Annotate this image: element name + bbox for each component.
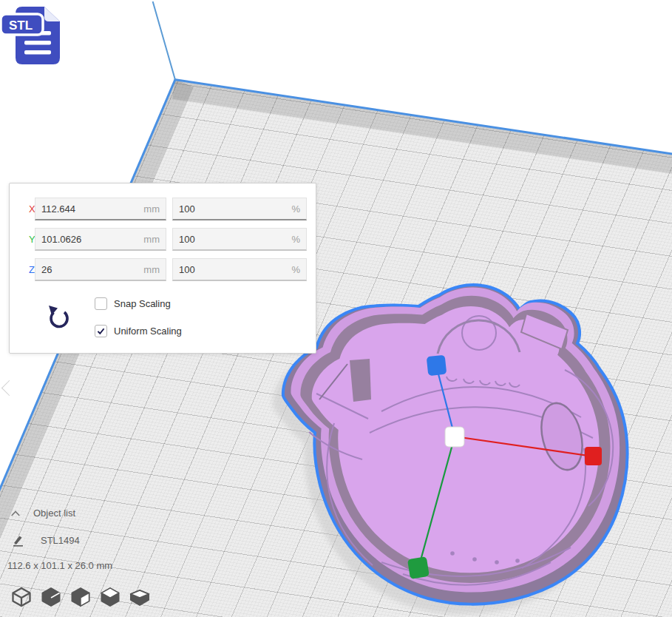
left-view-icon[interactable] xyxy=(99,586,121,608)
uniform-scaling-checkbox[interactable] xyxy=(95,325,107,337)
build-volume-z-line xyxy=(152,1,176,80)
object-list-title: Object list xyxy=(33,508,75,519)
gizmo-handle-x[interactable] xyxy=(585,447,602,465)
checkmark-icon xyxy=(96,326,106,336)
object-item-name: STL1494 xyxy=(41,535,80,546)
uniform-scaling-row: Uniform Scaling xyxy=(95,324,182,337)
scale-row-z: Z 26 mm 100 % xyxy=(10,258,316,281)
stl-file-icon: STL xyxy=(0,1,68,71)
scale-z-mm-input[interactable]: 26 mm xyxy=(35,258,166,281)
model-dimensions-label: 112.6 x 101.1 x 26.0 mm xyxy=(7,560,112,571)
scale-x-mm-input[interactable]: 112.644 mm xyxy=(35,198,166,220)
model-3d-teapot-mold[interactable] xyxy=(262,272,647,617)
object-list-header[interactable]: Object list xyxy=(10,508,75,519)
scale-row-y: Y 101.0626 mm 100 % xyxy=(10,228,316,251)
reset-scale-button[interactable] xyxy=(47,303,72,331)
snap-scaling-checkbox[interactable] xyxy=(95,297,107,310)
cura-viewport: { "app": { "background": "#ffffff", "pla… xyxy=(0,0,672,617)
scale-y-percent-input[interactable]: 100 % xyxy=(172,228,307,251)
front-view-icon[interactable] xyxy=(40,586,62,608)
object-list-item[interactable]: STL1494 xyxy=(12,534,80,547)
chevron-up-icon xyxy=(10,510,21,517)
top-view-icon[interactable] xyxy=(69,586,92,608)
scale-y-mm-input[interactable]: 101.0626 mm xyxy=(35,228,166,251)
camera-view-toolbar xyxy=(10,586,151,608)
scale-row-x: X 112.644 mm 100 % xyxy=(10,198,316,220)
snap-scaling-label: Snap Scaling xyxy=(114,298,171,309)
gizmo-handle-center[interactable] xyxy=(445,427,464,447)
snap-scaling-row: Snap Scaling xyxy=(95,297,171,310)
gizmo-handle-z[interactable] xyxy=(427,355,447,376)
pencil-icon xyxy=(12,534,24,547)
stl-badge-label: STL xyxy=(9,18,33,33)
scale-tool-panel: X 112.644 mm 100 % Y 101.0626 mm 100 % Z… xyxy=(9,183,316,354)
3d-view-icon[interactable] xyxy=(10,586,33,608)
scale-x-percent-input[interactable]: 100 % xyxy=(172,198,307,220)
right-view-icon[interactable] xyxy=(129,586,151,608)
spout-rim-wedge xyxy=(350,359,371,402)
uniform-scaling-label: Uniform Scaling xyxy=(114,326,182,337)
gizmo-handle-y[interactable] xyxy=(407,556,430,579)
panel-pointer xyxy=(1,380,17,396)
scale-z-percent-input[interactable]: 100 % xyxy=(172,258,307,281)
